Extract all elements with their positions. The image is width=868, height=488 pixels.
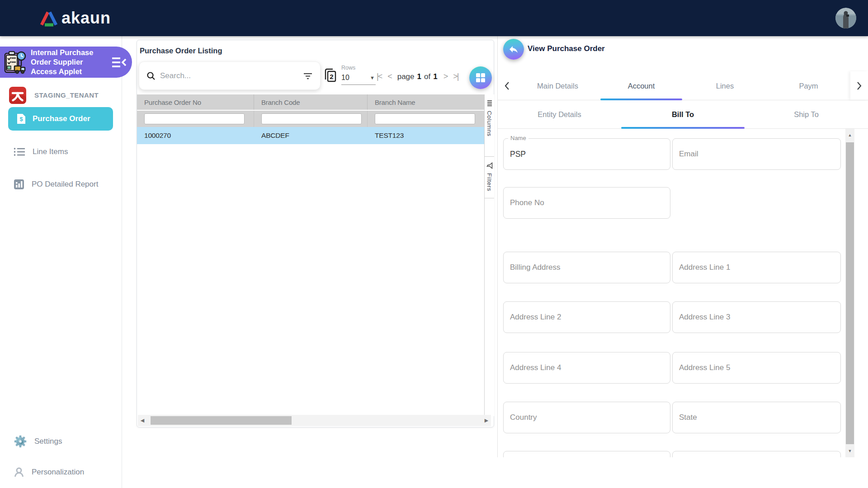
search-icon <box>146 71 156 80</box>
sidebar-item-label: Purchase Order <box>33 114 90 123</box>
detail-title: View Purchase Order <box>528 44 605 53</box>
cell-purchase-order-no: 1000270 <box>137 131 254 140</box>
chevron-down-icon: ▼ <box>370 75 375 80</box>
purchase-order-listing-panel: Purchase Order Listing 2 <box>137 40 494 427</box>
field-partial[interactable] <box>503 451 670 457</box>
sidebar-item-label: Settings <box>34 437 62 446</box>
column-header-branch-code[interactable]: Branch Code <box>254 94 368 110</box>
address-line-2-field[interactable]: Address Line 2 <box>503 301 670 333</box>
pagination: |< < page 1 of 1 > >| <box>377 72 458 81</box>
tenant-row[interactable]: STAGING_TENANT <box>0 86 122 106</box>
billing-address-field[interactable]: Billing Address <box>503 252 670 283</box>
applet-title: Internal Purchase Order Supplier Access … <box>31 48 108 76</box>
pages-2-icon[interactable]: 2 <box>322 67 338 84</box>
subtab-entity-details[interactable]: Entity Details <box>498 100 621 129</box>
first-page-button[interactable]: |< <box>377 72 382 81</box>
side-tab-label: Columns <box>486 111 493 136</box>
sidebar-item-settings[interactable]: ⚙️ Settings <box>0 433 122 450</box>
akaun-triangle-icon <box>40 9 58 27</box>
email-field[interactable]: Email <box>672 138 841 170</box>
vertical-scrollbar-thumb[interactable] <box>846 142 854 444</box>
name-field[interactable]: Name PSP <box>503 138 670 170</box>
user-avatar[interactable] <box>835 8 856 28</box>
cell-branch-name: TEST123 <box>368 131 484 140</box>
tab-filters[interactable]: Filters <box>485 157 494 198</box>
horizontal-scrollbar[interactable]: ◀ ▶ <box>138 415 491 426</box>
brand-name: akaun <box>61 8 111 28</box>
address-line-3-field[interactable]: Address Line 3 <box>672 301 841 333</box>
sidebar-item-label: Personalization <box>32 468 84 477</box>
sidebar-item-personalization[interactable]: Personalization <box>0 464 122 480</box>
grid-icon <box>476 73 486 83</box>
last-page-button[interactable]: >| <box>453 72 458 81</box>
brand-logo: akaun <box>40 8 111 28</box>
rows-per-page-select[interactable]: Rows 10 ▼ <box>341 65 376 85</box>
filter-input-branch-code[interactable] <box>261 113 362 124</box>
side-tab-label: Filters <box>486 173 493 191</box>
subtab-ship-to[interactable]: Ship To <box>745 100 868 129</box>
sidebar-item-label: Line Items <box>33 147 68 156</box>
bar-chart-icon <box>14 179 24 190</box>
filter-list-icon[interactable] <box>303 72 313 80</box>
table-side-strip: Columns Filters <box>484 94 494 416</box>
document-dollar-icon: $ <box>16 113 26 125</box>
address-line-4-field[interactable]: Address Line 4 <box>503 352 670 384</box>
back-arrow-icon <box>508 44 519 55</box>
tabs-scroll-right[interactable] <box>850 71 868 100</box>
scroll-left-icon[interactable]: ◀ <box>138 418 147 423</box>
cell-branch-code: ABCDEF <box>254 131 368 140</box>
tab-main-details[interactable]: Main Details <box>516 71 599 100</box>
sidebar-item-po-detailed-report[interactable]: PO Detailed Report <box>0 176 122 192</box>
search-box <box>139 61 321 90</box>
view-purchase-order-panel: View Purchase Order Main Details Account… <box>497 36 868 457</box>
tenant-logo-icon <box>9 87 26 104</box>
tabs-scroll-left[interactable] <box>498 71 516 100</box>
funnel-icon <box>486 162 493 169</box>
column-header-branch-name[interactable]: Branch Name <box>368 94 484 110</box>
horizontal-scrollbar-thumb[interactable] <box>151 416 292 425</box>
applet-clipboard-truck-icon <box>2 50 28 75</box>
address-line-1-field[interactable]: Address Line 1 <box>672 252 841 283</box>
tenant-name: STAGING_TENANT <box>34 91 99 99</box>
search-input[interactable] <box>160 71 298 80</box>
vertical-scrollbar[interactable]: ▲ ▼ <box>845 129 854 457</box>
sidebar: Internal Purchase Order Supplier Access … <box>0 36 122 488</box>
person-icon <box>14 467 24 478</box>
next-page-button[interactable]: > <box>443 72 448 81</box>
detail-subtabs: Entity Details Bill To Ship To <box>498 100 868 129</box>
scroll-right-icon[interactable]: ▶ <box>482 418 491 423</box>
table-row[interactable]: 1000270 ABCDEF TEST123 <box>137 127 484 144</box>
back-button[interactable] <box>503 39 524 60</box>
columns-icon <box>486 100 493 107</box>
svg-text:$: $ <box>19 116 23 122</box>
current-page: 1 <box>417 72 421 81</box>
grid-view-button[interactable] <box>469 66 492 89</box>
scroll-down-icon[interactable]: ▼ <box>845 445 854 457</box>
phone-no-field[interactable]: Phone No <box>503 187 670 219</box>
sidebar-item-purchase-order[interactable]: $ Purchase Order <box>8 107 113 131</box>
scroll-up-icon[interactable]: ▲ <box>845 129 854 141</box>
tab-lines[interactable]: Lines <box>683 71 767 100</box>
prev-page-button[interactable]: < <box>387 72 392 81</box>
sidebar-item-line-items[interactable]: Line Items <box>0 144 122 160</box>
filter-input-branch-name[interactable] <box>375 113 475 124</box>
detail-tabs: Main Details Account Lines Paym <box>498 71 868 100</box>
table-filter-row <box>137 110 484 127</box>
tab-payments[interactable]: Paym <box>767 71 850 100</box>
address-line-5-field[interactable]: Address Line 5 <box>672 352 841 384</box>
country-field[interactable]: Country <box>503 402 670 433</box>
tab-account[interactable]: Account <box>599 71 683 100</box>
collapse-menu-icon[interactable] <box>111 56 127 68</box>
state-field[interactable]: State <box>672 402 841 433</box>
field-partial[interactable] <box>672 451 841 457</box>
filter-input-purchase-order-no[interactable] <box>144 113 245 124</box>
tab-columns[interactable]: Columns <box>485 94 494 157</box>
list-icon <box>14 147 25 156</box>
page-indicator: page 1 of 1 <box>397 72 438 81</box>
top-navbar: akaun <box>0 0 868 36</box>
name-field-label: Name <box>508 135 528 141</box>
subtab-bill-to[interactable]: Bill To <box>621 100 745 129</box>
sidebar-item-label: PO Detailed Report <box>32 180 98 189</box>
rows-label: Rows <box>341 65 376 71</box>
column-header-purchase-order-no[interactable]: Purchase Order No <box>137 94 254 110</box>
